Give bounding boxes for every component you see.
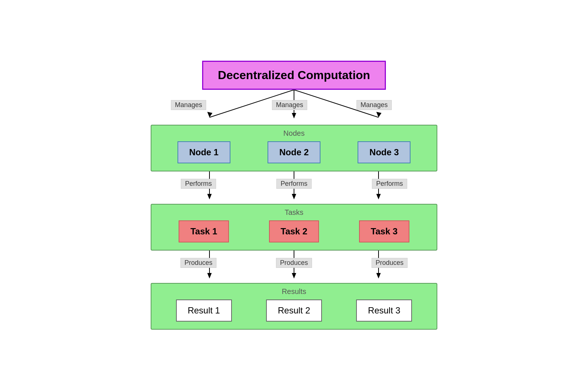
produces-label-2: Produces	[276, 258, 312, 268]
results-group: Results Result 1 Result 2 Result 3	[151, 283, 437, 330]
node-1: Node 1	[178, 141, 230, 163]
results-group-label: Results	[282, 287, 306, 296]
performs-connector-area: Performs Performs Performs	[151, 171, 437, 204]
performs-label-3: Performs	[372, 179, 407, 189]
manages-label-2: Manages	[272, 100, 307, 110]
task-1: Task 1	[179, 220, 229, 242]
performs-label-1: Performs	[181, 179, 216, 189]
nodes-group-label: Nodes	[283, 129, 305, 138]
nodes-items: Node 1 Node 2 Node 3	[159, 141, 429, 163]
result-3: Result 3	[356, 299, 412, 322]
performs-label-2: Performs	[276, 179, 311, 189]
results-items: Result 1 Result 2 Result 3	[159, 299, 429, 322]
result-1: Result 1	[176, 299, 232, 322]
task-3: Task 3	[359, 220, 409, 242]
node-3: Node 3	[358, 141, 410, 163]
tasks-group: Tasks Task 1 Task 2 Task 3	[151, 204, 437, 251]
tasks-items: Task 1 Task 2 Task 3	[159, 220, 429, 242]
nodes-group: Nodes Node 1 Node 2 Node 3	[151, 125, 437, 171]
tasks-group-label: Tasks	[284, 208, 303, 217]
manages-label-3: Manages	[356, 100, 392, 110]
svg-marker-7	[207, 194, 212, 199]
performs-labels: Performs Performs Performs	[151, 179, 437, 189]
diagram: Decentralized Computation Manages Manage…	[129, 61, 459, 330]
manages-connector-area: Manages Manages Manages	[151, 90, 437, 125]
task-2: Task 2	[269, 220, 319, 242]
svg-marker-3	[292, 113, 296, 118]
produces-connector-area: Produces Produces Produces	[151, 251, 437, 283]
produces-labels: Produces Produces Produces	[151, 258, 437, 268]
svg-marker-13	[207, 273, 212, 279]
manages-label-1: Manages	[171, 100, 206, 110]
produces-label-1: Produces	[180, 258, 216, 268]
result-2: Result 2	[266, 299, 322, 322]
svg-marker-11	[376, 194, 381, 199]
produces-label-3: Produces	[372, 258, 408, 268]
node-2: Node 2	[268, 141, 320, 163]
svg-marker-15	[292, 273, 296, 279]
root-node: Decentralized Computation	[202, 61, 386, 90]
svg-marker-9	[292, 194, 296, 199]
svg-marker-17	[376, 273, 381, 279]
